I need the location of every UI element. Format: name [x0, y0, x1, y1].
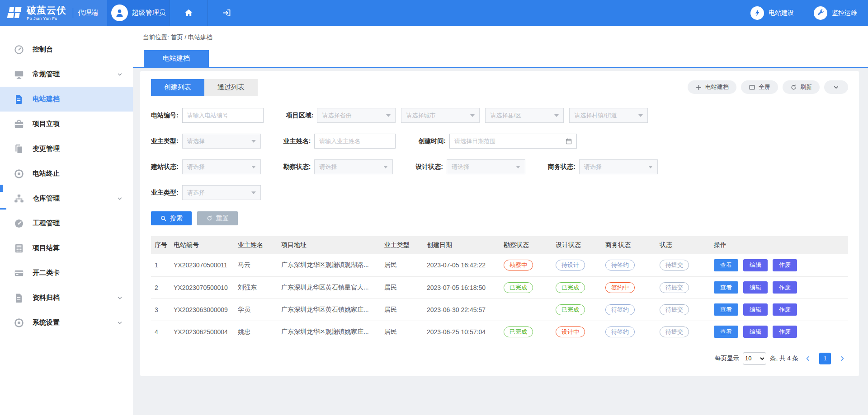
- logout-button[interactable]: [208, 0, 245, 26]
- quick-link-label: 监控运维: [832, 9, 857, 17]
- sidebar-item-console[interactable]: 控制台: [0, 37, 133, 62]
- status-badge: 待提交: [660, 282, 689, 293]
- business-status-select[interactable]: 请选择: [579, 159, 658, 174]
- per-page-label: 每页显示: [715, 354, 739, 363]
- user-menu[interactable]: 超级管理员: [107, 0, 170, 26]
- filter-group-design-status: 设计状态:请选择: [415, 159, 525, 174]
- collapse-button[interactable]: [824, 80, 848, 94]
- logo-icon: [6, 5, 24, 21]
- owner-type: 居民: [381, 298, 423, 321]
- city-select[interactable]: 请选择城市: [401, 108, 480, 123]
- owner-type-2-select[interactable]: 请选择: [182, 185, 261, 200]
- view-button[interactable]: 查看: [714, 281, 738, 294]
- column-header: 电站编号: [170, 236, 234, 254]
- chevron-down-icon: [117, 196, 123, 202]
- view-button[interactable]: 查看: [714, 303, 738, 316]
- fullscreen-button[interactable]: 全屏: [741, 80, 778, 94]
- reset-icon: [206, 215, 213, 222]
- design-status-select[interactable]: 请选择: [447, 159, 525, 174]
- app-header: 破茧云伏 Po Jian Yun Fu 代理端 超级管理员 电站建设监控运维: [0, 0, 868, 26]
- sidebar-item-system-settings[interactable]: 系统设置: [0, 310, 133, 335]
- void-button[interactable]: 作废: [773, 259, 797, 271]
- column-header: 项目地址: [278, 236, 381, 254]
- owner-name-input[interactable]: 请输入业主姓名: [314, 134, 396, 149]
- card-header: 创建列表通过列表 电站建档全屏刷新: [151, 71, 848, 96]
- build-status-select[interactable]: 请选择: [182, 159, 261, 174]
- quick-link-monitoring-ops[interactable]: 监控运维: [814, 6, 857, 20]
- filter-group-build-status: 建站状态:请选择: [151, 159, 261, 174]
- sidebar-item-label: 电站终止: [33, 169, 123, 178]
- sidebar-item-label: 仓库管理: [33, 194, 117, 203]
- tab-passed-list[interactable]: 通过列表: [204, 79, 258, 96]
- station-code-input[interactable]: 请输入电站编号: [182, 108, 264, 123]
- chevron-down-icon: [117, 196, 123, 202]
- sidebar-item-engineering[interactable]: 工程管理: [0, 211, 133, 236]
- tab-create-list[interactable]: 创建列表: [151, 79, 204, 96]
- sidebar-item-project-initiation[interactable]: 项目立项: [0, 112, 133, 136]
- filter-label: 业主类型:: [151, 137, 179, 145]
- per-page-select[interactable]: 10: [743, 352, 766, 365]
- caret-down-icon: [648, 166, 653, 168]
- page-tab-station-filing[interactable]: 电站建档: [144, 50, 209, 67]
- calculator-icon: [14, 243, 24, 254]
- reset-button[interactable]: 重置: [197, 211, 238, 225]
- page-number[interactable]: 1: [819, 353, 831, 364]
- status-badge: 勘察中: [504, 260, 533, 270]
- sidebar-item-warehouse[interactable]: 仓库管理: [0, 186, 133, 211]
- add-station-button[interactable]: 电站建档: [688, 80, 736, 94]
- view-button[interactable]: 查看: [714, 326, 738, 338]
- toolbar: 电站建档全屏刷新: [683, 80, 848, 96]
- owner-name: 马云: [234, 254, 278, 276]
- sidebar-item-settlement[interactable]: 项目结算: [0, 236, 133, 261]
- survey-status-select[interactable]: 请选择: [314, 159, 393, 174]
- target-icon: [14, 317, 24, 328]
- void-button[interactable]: 作废: [773, 326, 797, 338]
- column-header: 商务状态: [602, 236, 656, 254]
- owner-type-select[interactable]: 请选择: [182, 134, 261, 149]
- edit-button[interactable]: 编辑: [743, 326, 768, 338]
- filter-label: 电站编号:: [151, 112, 179, 120]
- sidebar-item-station-filing[interactable]: 电站建档: [0, 87, 133, 112]
- home-button[interactable]: [170, 0, 208, 26]
- chevron-right-icon: [839, 355, 845, 362]
- status-badge: 设计中: [556, 326, 585, 337]
- sidebar-item-archive[interactable]: 资料归档: [0, 285, 133, 310]
- refresh-button[interactable]: 刷新: [783, 80, 820, 94]
- province-select[interactable]: 请选择省份: [317, 108, 396, 123]
- home-icon: [184, 8, 193, 18]
- prev-page-button[interactable]: [802, 353, 814, 364]
- void-button[interactable]: 作废: [773, 281, 797, 294]
- next-page-button[interactable]: [836, 353, 848, 364]
- edit-button[interactable]: 编辑: [743, 259, 768, 271]
- target-icon: [14, 317, 24, 328]
- owner-name: 刘强东: [234, 276, 278, 298]
- fullscreen-icon: [749, 84, 755, 91]
- sidebar: 控制台常规管理电站建档项目立项变更管理电站终止仓库管理工程管理项目结算开二类卡资…: [0, 26, 133, 415]
- void-button[interactable]: 作废: [773, 303, 797, 316]
- table-row: 2YX2023070500010刘强东广东深圳龙华区黄石镇星官大...居民202…: [151, 276, 848, 298]
- content-card: 创建列表通过列表 电站建档全屏刷新 电站编号:请输入电站编号项目区域:请选择省份…: [140, 71, 859, 376]
- sidebar-item-station-termination[interactable]: 电站终止: [0, 161, 133, 186]
- search-button[interactable]: 搜索: [151, 211, 192, 225]
- status-cell: 勘察中: [500, 254, 552, 276]
- table-header-row: 序号电站编号业主姓名项目地址业主类型创建日期勘察状态设计状态商务状态状态操作: [151, 236, 848, 254]
- edit-button[interactable]: 编辑: [743, 303, 768, 316]
- town-select[interactable]: 请选择村镇/街道: [569, 108, 648, 123]
- create-time-input[interactable]: 请选择日期范围: [449, 134, 577, 149]
- placeholder: 请选择: [187, 137, 205, 145]
- status-badge: 已完成: [556, 304, 585, 315]
- scroll-indicator[interactable]: [0, 185, 3, 192]
- status-cell: 待提交: [656, 298, 710, 321]
- view-button[interactable]: 查看: [714, 259, 738, 271]
- sidebar-item-type2-card[interactable]: 开二类卡: [0, 261, 133, 285]
- list-tabs: 创建列表通过列表: [151, 79, 258, 96]
- sidebar-item-change-management[interactable]: 变更管理: [0, 136, 133, 161]
- scroll-indicator[interactable]: [0, 208, 6, 210]
- edit-button[interactable]: 编辑: [743, 281, 768, 294]
- sidebar-item-label: 系统设置: [33, 318, 117, 327]
- quick-link-station-construction[interactable]: 电站建设: [750, 6, 794, 20]
- county-select[interactable]: 请选择县/区: [485, 108, 564, 123]
- breadcrumb: 当前位置: 首页 / 电站建档: [133, 26, 868, 42]
- sidebar-item-general-management[interactable]: 常规管理: [0, 62, 133, 87]
- table-row: 4YX2023062500004姚忠广东深圳龙华区观澜镇姚家庄...居民2023…: [151, 321, 848, 343]
